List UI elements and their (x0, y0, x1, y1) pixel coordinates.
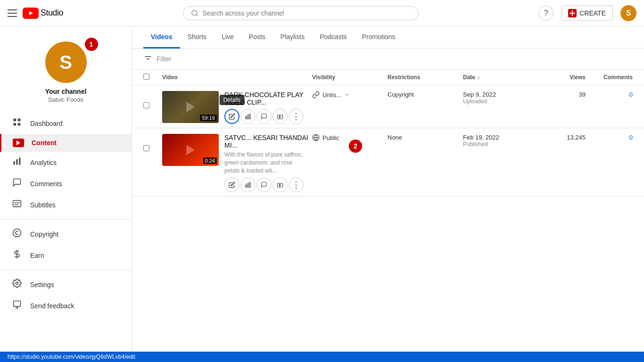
row2-yt-button[interactable] (272, 177, 288, 192)
row1-content: 59:16 DARK CHOCOLATE PLAY VIDEO CLIP... … (162, 91, 312, 124)
channel-name: Your channel (45, 88, 87, 95)
sidebar-item-content[interactable]: Content (0, 134, 132, 152)
svg-rect-35 (249, 182, 250, 188)
row2-comments-button[interactable] (256, 177, 272, 192)
row2-desc: With the flavors of pure saffron, green … (224, 151, 308, 174)
chevron-down-icon[interactable] (344, 92, 350, 98)
row2-vis-text: Public (322, 134, 339, 141)
row2-edit-button[interactable] (224, 177, 239, 192)
row1-actions: Details ⋮ (224, 109, 308, 124)
row1-analytics-button[interactable] (240, 109, 256, 124)
row2-video-info: SATVC... KESARI THANDAI MI... With the f… (224, 134, 312, 192)
svg-rect-12 (16, 159, 17, 165)
svg-rect-7 (18, 119, 21, 122)
comment-icon (261, 181, 267, 188)
content-tabs: Videos Shorts Live Posts Playlists Podca… (132, 26, 644, 49)
tab-shorts[interactable]: Shorts (180, 26, 214, 49)
search-input[interactable] (202, 9, 411, 17)
svg-rect-27 (246, 116, 247, 119)
row1-checkbox[interactable] (143, 102, 149, 108)
channel-sub: Satvic Foods (48, 96, 83, 103)
tab-promotions[interactable]: Promotions (355, 26, 403, 49)
avatar[interactable]: S (620, 5, 636, 21)
comment-icon (261, 113, 267, 120)
row1-edit-button[interactable]: Details (224, 109, 239, 124)
create-icon (568, 9, 577, 17)
row2-more-button[interactable]: ⋮ (289, 177, 304, 192)
svg-rect-11 (14, 161, 15, 165)
row2-duration: 0:24 (203, 157, 217, 164)
row1-restrictions: Copyright (388, 91, 463, 98)
row1-more-button[interactable]: ⋮ (289, 109, 304, 124)
sidebar-item-earn[interactable]: Earn (0, 245, 132, 266)
svg-rect-5 (570, 13, 575, 14)
search-bar[interactable] (183, 6, 419, 20)
tab-podcasts[interactable]: Podcasts (312, 26, 355, 49)
filter-icon (143, 54, 153, 64)
subtitles-label: Subtitles (30, 201, 56, 209)
youtube-studio-logo: Studio (23, 8, 63, 19)
row1-visibility: Unlis... (312, 91, 388, 99)
row2-analytics-button[interactable] (240, 177, 256, 192)
row2-date-main: Feb 19, 2022 (463, 134, 538, 141)
step1-badge: 1 (85, 38, 98, 51)
hamburger-menu[interactable] (8, 9, 17, 17)
table-row: 59:16 DARK CHOCOLATE PLAY VIDEO CLIP... … (132, 85, 644, 128)
pencil-icon (229, 181, 235, 188)
table-row: 2 0:24 SATVC... KESARI THANDAI MI... Wit… (132, 128, 644, 197)
header-checkbox-col (143, 74, 162, 81)
svg-point-19 (16, 282, 18, 285)
svg-point-2 (192, 10, 197, 16)
svg-rect-9 (18, 123, 21, 126)
content-icon (13, 139, 24, 147)
sidebar-item-copyright[interactable]: Copyright (0, 223, 132, 245)
row2-checkbox[interactable] (143, 145, 149, 151)
tab-posts[interactable]: Posts (241, 26, 273, 49)
comments-label: Comments (30, 180, 62, 188)
dashboard-label: Dashboard (30, 120, 63, 127)
tab-videos[interactable]: Videos (143, 26, 180, 49)
sidebar-item-comments[interactable]: Comments (0, 173, 132, 194)
svg-rect-28 (248, 115, 248, 119)
channel-info: S 1 Your channel Satvic Foods (0, 34, 132, 113)
feedback-icon (11, 300, 23, 312)
analytics-icon (11, 156, 23, 168)
help-button[interactable]: ? (538, 6, 553, 21)
row2-date-sub: Published (463, 141, 538, 148)
globe-icon (312, 134, 320, 141)
sidebar-item-feedback[interactable]: Send feedback (0, 295, 132, 316)
copyright-icon (11, 228, 23, 240)
tab-playlists[interactable]: Playlists (273, 26, 312, 49)
header-restrictions-col: Restrictions (388, 74, 463, 81)
svg-rect-34 (248, 183, 248, 187)
sidebar-item-settings[interactable]: Settings (0, 274, 132, 295)
settings-icon (11, 279, 23, 290)
row1-date: Sep 9, 2022 Uploaded (463, 91, 538, 105)
create-button[interactable]: CREATE (561, 6, 613, 21)
main-content: Videos Shorts Live Posts Playlists Podca… (132, 26, 644, 362)
svg-rect-33 (246, 185, 247, 187)
top-header: Studio ? CREATE S (0, 0, 644, 26)
row1-date-sub: Uploaded (463, 98, 538, 105)
sidebar-item-dashboard[interactable]: Dashboard (0, 113, 132, 134)
header-date-col[interactable]: Date ↓ (463, 74, 538, 81)
row1-duration: 59:16 (200, 115, 217, 121)
row2-vis-badge: Public (312, 134, 388, 141)
row2-date: Feb 19, 2022 Published (463, 134, 538, 148)
svg-marker-10 (17, 140, 20, 146)
select-all-checkbox[interactable] (143, 74, 149, 80)
youtube-play-icon (277, 113, 283, 120)
tab-live[interactable]: Live (214, 26, 241, 49)
header-comments-col: Comments (586, 74, 633, 81)
row1-yt-button[interactable] (272, 109, 288, 124)
status-url: https://studio.youtube.com/video/qyQ6dWL… (8, 354, 135, 360)
sidebar-item-subtitles[interactable]: Subtitles (0, 194, 132, 215)
row2-content: 0:24 SATVC... KESARI THANDAI MI... With … (162, 134, 312, 192)
sidebar-item-analytics[interactable]: Analytics (0, 152, 132, 173)
row1-thumbnail-wrap: 59:16 (162, 91, 219, 123)
step2-badge: 2 (349, 140, 362, 153)
header-visibility-col: Visibility (312, 74, 388, 81)
row1-comments-button[interactable] (256, 109, 272, 124)
row2-thumbnail-wrap: 0:24 (162, 134, 219, 166)
sort-arrow-icon: ↓ (477, 74, 480, 81)
